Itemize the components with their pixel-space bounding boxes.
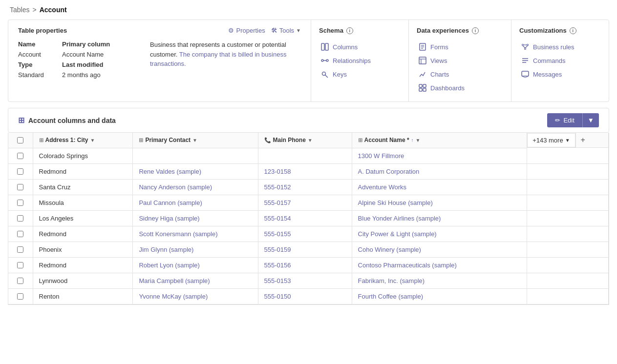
more-columns-button[interactable]: +143 more ▼ xyxy=(527,133,575,147)
breadcrumb-parent[interactable]: Tables xyxy=(10,6,29,14)
row-contact: Paul Cannon (sample) xyxy=(133,195,258,210)
row-checkbox[interactable] xyxy=(17,153,23,159)
account-link[interactable]: Adventure Works xyxy=(358,183,406,191)
account-link[interactable]: Coho Winery (sample) xyxy=(358,246,421,253)
svg-line-6 xyxy=(325,75,328,78)
col-header-phone[interactable]: 📞 Main Phone ▼ xyxy=(258,133,352,148)
row-city: Redmond xyxy=(33,163,133,179)
row-account: 1300 W Fillmore xyxy=(352,148,527,163)
account-link[interactable]: City Power & Light (sample) xyxy=(358,230,437,238)
col-header-contact[interactable]: ⊞ Primary Contact ▼ xyxy=(133,133,258,148)
row-checkbox-cell xyxy=(8,210,33,226)
schema-relationships-item[interactable]: Relationships xyxy=(319,54,401,67)
description-cell: Business that represents a customer or p… xyxy=(140,40,301,69)
row-checkbox[interactable] xyxy=(17,246,23,253)
tools-icon: 🛠 xyxy=(271,27,277,34)
contact-link[interactable]: Maria Campbell (sample) xyxy=(139,277,210,284)
edit-button[interactable]: ✏ Edit xyxy=(547,113,582,127)
row-checkbox[interactable] xyxy=(17,231,23,237)
row-account: Fourth Coffee (sample) xyxy=(352,288,527,304)
customizations-panel: Customizations i Business rules Commands… xyxy=(511,20,609,101)
row-contact xyxy=(133,148,258,163)
data-exp-info-icon[interactable]: i xyxy=(472,27,479,34)
row-checkbox[interactable] xyxy=(17,184,23,190)
last-modified-value: 2 months ago xyxy=(62,71,140,79)
account-link[interactable]: 1300 W Fillmore xyxy=(358,152,404,160)
data-experiences-panel: Data experiences i Forms Views Charts xyxy=(409,20,511,101)
properties-link[interactable]: ⚙ Properties xyxy=(228,27,265,34)
row-checkbox-cell xyxy=(8,257,33,273)
row-checkbox[interactable] xyxy=(17,278,23,284)
customizations-info-icon[interactable]: i xyxy=(570,27,576,34)
row-phone: 555-0154 xyxy=(258,210,352,226)
contact-link[interactable]: Yvonne McKay (sample) xyxy=(139,293,208,300)
dashboards-item[interactable]: Dashboards xyxy=(417,81,503,95)
contact-link[interactable]: Nancy Anderson (sample) xyxy=(139,183,212,191)
primary-column-value: Account Name xyxy=(62,50,140,59)
data-grid: ⊞ Address 1: City ▼ ⊞ Primary Contact ▼ … xyxy=(8,133,609,304)
contact-link[interactable]: Paul Cannon (sample) xyxy=(139,199,202,206)
row-city: Missoula xyxy=(33,195,133,210)
svg-rect-17 xyxy=(423,88,426,91)
table-row: Redmond Scott Konersmann (sample) 555-01… xyxy=(8,226,609,242)
svg-point-19 xyxy=(527,44,529,46)
col-header-account[interactable]: ⊞ Account Name * ↑ ▼ xyxy=(352,133,527,148)
tools-chevron-icon: ▼ xyxy=(296,28,301,33)
contact-link[interactable]: Sidney Higa (sample) xyxy=(139,215,199,222)
row-city: Redmond xyxy=(33,226,133,242)
contact-link[interactable]: Jim Glynn (sample) xyxy=(139,246,193,253)
contact-link[interactable]: Scott Konersmann (sample) xyxy=(139,230,217,238)
breadcrumb-current: Account xyxy=(40,6,67,14)
row-checkbox[interactable] xyxy=(17,293,23,300)
row-phone: 555-0153 xyxy=(258,273,352,288)
account-link[interactable]: Contoso Pharmaceuticals (sample) xyxy=(358,262,457,269)
select-all-checkbox[interactable] xyxy=(17,137,23,143)
commands-icon xyxy=(521,57,529,64)
svg-rect-27 xyxy=(522,71,529,76)
row-contact: Sidney Higa (sample) xyxy=(133,210,258,226)
schema-keys-item[interactable]: Keys xyxy=(319,67,401,81)
schema-info-icon[interactable]: i xyxy=(346,27,353,34)
table-properties-header: Table properties ⚙ Properties 🛠 Tools ▼ xyxy=(18,27,301,34)
tools-link[interactable]: 🛠 Tools ▼ xyxy=(271,27,301,34)
row-city: Phoenix xyxy=(33,242,133,257)
account-link[interactable]: Alpine Ski House (sample) xyxy=(358,199,433,206)
forms-item[interactable]: Forms xyxy=(417,40,503,54)
account-link[interactable]: Fabrikam, Inc. (sample) xyxy=(358,277,425,284)
svg-point-18 xyxy=(522,44,524,46)
svg-point-5 xyxy=(322,72,326,76)
commands-item[interactable]: Commands xyxy=(519,54,601,67)
business-rules-item[interactable]: Business rules xyxy=(519,40,601,54)
table-row: Colorado Springs 1300 W Fillmore xyxy=(8,148,609,163)
row-checkbox[interactable] xyxy=(17,215,23,222)
account-link[interactable]: Blue Yonder Airlines (sample) xyxy=(358,215,441,222)
account-link[interactable]: A. Datum Corporation xyxy=(358,168,420,175)
row-more xyxy=(527,148,609,163)
svg-line-22 xyxy=(523,46,525,48)
data-table-header-bar: ⊞ Account columns and data ✏ Edit ▼ xyxy=(8,108,609,133)
account-link[interactable]: Fourth Coffee (sample) xyxy=(358,293,423,300)
edit-dropdown-button[interactable]: ▼ xyxy=(582,113,599,127)
row-account: Contoso Pharmaceuticals (sample) xyxy=(352,257,527,273)
edit-dropdown-chevron-icon: ▼ xyxy=(588,117,594,124)
contact-link[interactable]: Rene Valdes (sample) xyxy=(139,168,201,175)
row-checkbox[interactable] xyxy=(17,262,23,268)
col-header-city[interactable]: ⊞ Address 1: City ▼ xyxy=(33,133,133,148)
row-checkbox[interactable] xyxy=(17,168,23,175)
schema-columns-item[interactable]: Columns xyxy=(319,40,401,54)
row-checkbox-cell xyxy=(8,226,33,242)
views-item[interactable]: Views xyxy=(417,54,503,67)
row-account: A. Datum Corporation xyxy=(352,163,527,179)
row-phone: 555-0157 xyxy=(258,195,352,210)
messages-item[interactable]: Messages xyxy=(519,67,601,81)
contact-link[interactable]: Robert Lyon (sample) xyxy=(139,262,200,269)
schema-panel: Schema i Columns Relationships Keys xyxy=(311,20,409,101)
row-phone: 555-0152 xyxy=(258,179,352,195)
add-column-button[interactable]: + xyxy=(575,133,590,147)
row-checkbox[interactable] xyxy=(17,200,23,206)
table-properties-title: Table properties xyxy=(18,27,67,34)
charts-item[interactable]: Charts xyxy=(417,67,503,81)
row-more xyxy=(527,179,609,195)
phone-col-icon: 📞 xyxy=(264,137,271,143)
row-more xyxy=(527,242,609,257)
